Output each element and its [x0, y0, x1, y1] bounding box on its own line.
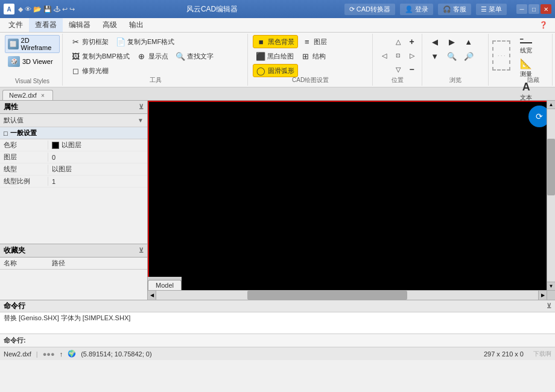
cmd-pin-btn[interactable]: ⊻: [547, 302, 551, 310]
scroll-up-arrow[interactable]: ▲: [547, 101, 555, 109]
tools-label: 工具: [64, 76, 247, 84]
dashed-area: · · ·: [492, 40, 510, 71]
prop-row-color: 色彩 以图层: [0, 139, 147, 151]
maximize-btn[interactable]: □: [528, 4, 539, 14]
status-dimensions: 297 x 210 x 0: [484, 350, 524, 358]
properties-pin-btn[interactable]: ⊻: [139, 103, 144, 111]
command-area: 命令行 ⊻ 替换 [Geniso.SHX] 字体为 [SIMPLEX.SHX]: [0, 300, 555, 334]
up-icon: ↑: [60, 350, 63, 358]
copy-emf-icon: 📄: [116, 37, 125, 46]
prop-filter-arrow: ▼: [138, 117, 144, 124]
tools-group: ✂ 剪切框架 📄 复制为EMF格式 🖼 复制为BMP格式 ⊕ 显示点 🔍: [64, 34, 248, 86]
hidden-group: ━ 线宽 📐 测量 A 文本 隐藏: [514, 34, 553, 86]
cmd-input-row: 命令行:: [0, 334, 555, 347]
structure-btn[interactable]: ⊞ 结构: [298, 49, 329, 63]
scroll-down-arrow[interactable]: ▼: [547, 282, 555, 290]
prop-tree: □ 一般设置 色彩 以图层 图层 0 线型 以图层: [0, 127, 147, 188]
copy-bmp-icon: 🖼: [71, 51, 80, 61]
layer-btn[interactable]: ≡ 图层: [299, 35, 330, 48]
menu-editor[interactable]: 编辑器: [63, 18, 97, 32]
prop-row-linetype: 线型 以图层: [0, 163, 147, 175]
properties-header: 属性 ⊻: [0, 101, 147, 114]
browse-next-btn[interactable]: ▶: [444, 35, 460, 48]
cmd-header: 命令行 ⊻: [0, 300, 555, 312]
menu-output[interactable]: 输出: [123, 18, 150, 32]
cmd-input-field[interactable]: [30, 337, 551, 344]
main-area: 属性 ⊻ 默认值 ▼ □ 一般设置 色彩 以图层: [0, 101, 555, 300]
find-text-icon: 🔍: [176, 51, 185, 61]
scroll-corner: [547, 290, 555, 300]
browse-group: ◀ ▶ ▲ ▼ 🔍 🔎 浏览: [423, 34, 489, 86]
browse-zoomout-btn[interactable]: 🔎: [461, 49, 477, 63]
cad-settings-group: ■ 黑色背景 ≡ 图层 ⬛ 黑白绘图 ⊞ 结构 ◯ 圆滑弧形: [249, 34, 373, 86]
2d-wireframe-btn[interactable]: ⬜ 2D Wireframe: [5, 35, 60, 53]
login-btn[interactable]: 👤登录: [400, 4, 433, 15]
line-width-btn[interactable]: ━ 线宽: [518, 35, 534, 56]
nav-center-btn[interactable]: ⊡: [392, 49, 405, 62]
smooth-arc-btn[interactable]: ◯ 圆滑弧形: [253, 64, 298, 77]
copy-bmp-btn[interactable]: 🖼 复制为BMP格式: [68, 49, 133, 63]
prop-group-expand-icon: □: [4, 130, 8, 137]
scroll-right-arrow[interactable]: ▶: [538, 291, 547, 300]
color-swatch: [52, 142, 59, 149]
line-width-icon: ━: [520, 36, 532, 43]
menu-viewer[interactable]: 查看器: [29, 18, 63, 32]
status-bar: New2.dxf | ●●● ↑ 🌍 (5.891514; 10.75842; …: [0, 347, 555, 360]
bw-drawing-btn[interactable]: ⬛ 黑白绘图: [253, 49, 297, 63]
nav-left-btn[interactable]: ◁: [378, 49, 391, 62]
position-group: △ + ◁ ⊡ ▷ ▽ − 位置: [374, 34, 422, 86]
model-tab[interactable]: Model: [148, 280, 182, 290]
trim-btn[interactable]: ◻ 修剪光棚: [68, 64, 112, 77]
main-menu-btn[interactable]: ☰菜单: [476, 4, 507, 15]
close-btn[interactable]: ✕: [541, 4, 551, 14]
title-bar: A ◆ 👁 📂 💾 🕹 ↩ ↪ 风云CAD编辑器 ⟳CAD转换器 👤登录 🎧客服…: [0, 0, 555, 18]
doc-tab-close-btn[interactable]: ×: [39, 92, 46, 99]
browse-zoomin-btn[interactable]: 🔍: [444, 49, 460, 63]
favorites-columns: 名称 路径: [0, 258, 147, 270]
find-text-btn[interactable]: 🔍 查找文字: [173, 49, 217, 63]
scroll-left-arrow[interactable]: ◀: [148, 291, 156, 300]
2d-wireframe-icon: ⬜: [8, 39, 19, 49]
minimize-btn[interactable]: ─: [516, 4, 527, 14]
browse-up-btn[interactable]: ▲: [461, 35, 477, 48]
visual-styles-label: Visual Styles: [2, 78, 62, 84]
menu-bar: 文件 查看器 编辑器 高级 输出 ❓: [0, 18, 555, 33]
favorites-pin-btn[interactable]: ⊻: [139, 247, 144, 254]
toolbar-quick-btns: ◆ 👁 📂 💾 🕹 ↩ ↪: [18, 5, 75, 13]
zoom-in-btn[interactable]: +: [405, 35, 419, 48]
menu-file[interactable]: 文件: [2, 18, 29, 32]
help-icon[interactable]: ❓: [539, 21, 553, 29]
scroll-thumb-vertical[interactable]: [547, 139, 555, 195]
doc-tab-new2[interactable]: New2.dxf ×: [2, 90, 53, 100]
canvas-inner: ⟳ Model ▲ ▼ ◀ ▶: [148, 101, 555, 300]
browse-down-btn[interactable]: ▼: [427, 49, 443, 63]
browse-prev-btn[interactable]: ◀: [427, 35, 443, 48]
nav-right-btn[interactable]: ▷: [405, 49, 419, 62]
status-filename: New2.dxf: [4, 350, 31, 358]
menu-advanced[interactable]: 高级: [97, 18, 123, 32]
zoom-out-btn[interactable]: −: [405, 63, 419, 76]
cad-canvas[interactable]: [148, 101, 555, 300]
copy-emf-btn[interactable]: 📄 复制为EMF格式: [113, 35, 177, 48]
app-icon: A: [4, 4, 14, 14]
scrollbar-horizontal[interactable]: ◀ ▶: [148, 290, 547, 300]
prop-group-general: □ 一般设置: [0, 127, 147, 139]
status-up: ↑: [60, 350, 63, 358]
nav-down-btn[interactable]: ▽: [392, 63, 405, 76]
smooth-arc-icon: ◯: [256, 66, 266, 75]
status-coordinates: (5.891514; 10.75842; 0): [81, 350, 151, 358]
toolbar-ribbon: ⬜ 2D Wireframe 🎲 3D Viewer Visual Styles…: [0, 33, 555, 87]
3d-viewer-btn[interactable]: 🎲 3D Viewer: [5, 54, 60, 69]
show-pts-btn[interactable]: ⊕ 显示点: [134, 49, 171, 63]
scroll-thumb-horizontal[interactable]: [247, 291, 407, 300]
scrollbar-vertical[interactable]: ▲ ▼: [547, 101, 555, 290]
support-btn[interactable]: 🎧客服: [438, 4, 471, 15]
browse-up-icon: ▲: [464, 37, 474, 46]
bw-drawing-icon: ⬛: [256, 51, 265, 61]
favorites-content: [0, 270, 147, 300]
clip-frame-btn[interactable]: ✂ 剪切框架: [68, 35, 112, 48]
nav-up-btn[interactable]: △: [392, 35, 405, 48]
cad-converter-btn[interactable]: ⟳CAD转换器: [344, 4, 395, 15]
black-bg-btn[interactable]: ■ 黑色背景: [253, 35, 298, 48]
prop-filter-row[interactable]: 默认值 ▼: [0, 114, 147, 127]
